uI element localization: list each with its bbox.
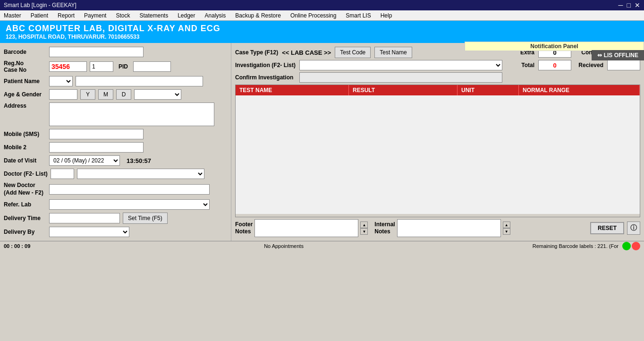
title-bar-controls: ─ □ ✕ [619, 1, 640, 9]
lab-address: 123, HOSPITAL ROAD, THIRUVARUR. 70106655… [6, 34, 638, 40]
col-unit: UNIT [458, 85, 519, 95]
footer-notes-scroll: ▲ ▼ [360, 222, 368, 235]
footer-scroll-up[interactable]: ▲ [360, 222, 368, 228]
total-value: 0 [538, 60, 571, 70]
patient-title-select[interactable]: Mr Mrs Dr [49, 76, 73, 86]
gender-select[interactable]: Male Female [134, 89, 181, 100]
internal-notes-section: Internal Notes ▲ ▼ [374, 219, 510, 237]
time-display: 13:50:57 [127, 157, 151, 164]
doctor-row: Doctor (F2- List) [4, 169, 227, 179]
mobile1-label: Mobile (SMS) [4, 131, 46, 137]
confirm-inv-input[interactable] [299, 72, 502, 83]
barcode-input[interactable] [49, 47, 144, 57]
internal-notes-scroll: ▲ ▼ [503, 222, 510, 235]
address-textarea[interactable] [49, 102, 214, 126]
internal-notes-textarea[interactable] [397, 219, 501, 237]
age-y-button[interactable]: Y [80, 89, 95, 100]
address-label: Address [4, 102, 46, 109]
menu-bar: Master Patient Report Payment Stock Stat… [0, 10, 644, 21]
total-label: Total [506, 62, 534, 68]
info-button[interactable]: ⓘ [627, 222, 640, 235]
refer-lab-row: Refer. Lab [4, 199, 227, 210]
regno-input[interactable] [49, 61, 87, 72]
age-m-button[interactable]: M [98, 89, 113, 100]
status-bar: 00 : 00 : 09 No Appointments Remaining B… [0, 241, 644, 250]
regno-label: Reg.No [4, 60, 46, 67]
age-input[interactable] [49, 89, 77, 100]
header-banner: ABC COMPUTER LAB, DIGITAL X-RAY AND ECG … [0, 21, 644, 43]
date-visit-select[interactable]: 02 / 05 (May) / 2022 [49, 155, 120, 166]
menu-payment[interactable]: Payment [82, 11, 108, 20]
test-name-button[interactable]: Test Name [374, 47, 412, 58]
new-doctor-input[interactable] [49, 184, 210, 195]
refer-lab-label: Refer. Lab [4, 201, 46, 208]
main-container: Barcode Reg.No Case No PID Patient Name … [0, 43, 644, 241]
delivery-time-row: Delivery Time Set Time (F5) [4, 213, 227, 224]
mobile2-row: Mobile 2 [4, 142, 227, 153]
reset-button[interactable]: RESET [590, 222, 624, 234]
patient-name-label: Patient Name [4, 78, 46, 85]
menu-analysis[interactable]: Analysis [203, 11, 228, 20]
address-row: Address [4, 102, 227, 126]
status-appointments: No Appointments [35, 243, 533, 249]
menu-ledger[interactable]: Ledger [176, 11, 197, 20]
menu-stock[interactable]: Stock [114, 11, 132, 20]
patient-name-input[interactable] [76, 76, 203, 86]
set-time-button[interactable]: Set Time (F5) [123, 213, 168, 224]
investigation-section: Investigation (F2- List) [235, 60, 502, 70]
results-table-header: TEST NAME RESULT UNIT NORMAL RANGE [236, 85, 640, 95]
caseno-input[interactable] [90, 61, 113, 72]
doctor-select[interactable] [77, 169, 204, 179]
mobile1-row: Mobile (SMS) [4, 129, 227, 139]
internal-scroll-up[interactable]: ▲ [503, 222, 510, 228]
lab-name: ABC COMPUTER LAB, DIGITAL X-RAY AND ECG [6, 24, 638, 34]
lab-case-label: << LAB CASE >> [282, 49, 331, 56]
pid-input[interactable] [133, 61, 171, 72]
notification-panel: Notification Panel [465, 42, 644, 51]
menu-master[interactable]: Master [2, 11, 23, 20]
refer-lab-select[interactable] [49, 199, 210, 210]
total-received-section: Total 0 Recieved [506, 60, 640, 70]
maximize-button[interactable]: □ [627, 1, 631, 9]
barcode-row: Barcode [4, 47, 227, 57]
age-d-button[interactable]: D [116, 89, 131, 100]
minimize-button[interactable]: ─ [619, 1, 623, 9]
menu-help[interactable]: Help [379, 11, 394, 20]
title-bar: Smart Lab [Login - GEEKAY] ─ □ ✕ [0, 0, 644, 10]
status-icon-green [622, 242, 631, 250]
delivery-by-select[interactable] [49, 227, 129, 237]
internal-notes-label: Internal Notes [374, 221, 395, 236]
menu-statements[interactable]: Statements [137, 11, 170, 20]
status-icons [622, 242, 640, 250]
delivery-by-label: Delivery By [4, 229, 46, 235]
mobile2-input[interactable] [49, 142, 144, 153]
status-time: 00 : 00 : 09 [4, 243, 35, 249]
left-panel: Barcode Reg.No Case No PID Patient Name … [0, 43, 231, 241]
delivery-by-row: Delivery By [4, 227, 227, 237]
menu-online-processing[interactable]: Online Processing [288, 11, 338, 20]
investigation-label: Investigation (F2- List) [235, 62, 297, 68]
footer-notes-textarea[interactable] [254, 219, 358, 237]
mobile1-input[interactable] [49, 129, 144, 139]
regno-row: Reg.No Case No PID [4, 60, 227, 73]
menu-smart-lis[interactable]: Smart LIS [344, 11, 373, 20]
test-code-button[interactable]: Test Code [335, 47, 371, 58]
investigation-select[interactable] [299, 60, 502, 70]
results-table-body [236, 95, 640, 214]
menu-patient[interactable]: Patient [29, 11, 50, 20]
menu-report[interactable]: Report [56, 11, 76, 20]
date-visit-row: Date of Visit 02 / 05 (May) / 2022 13:50… [4, 155, 227, 166]
title-bar-text: Smart Lab [Login - GEEKAY] [4, 2, 76, 9]
delivery-time-label: Delivery Time [4, 215, 46, 222]
mobile2-label: Mobile 2 [4, 144, 46, 151]
col-result: RESULT [349, 85, 458, 95]
menu-backup-restore[interactable]: Backup & Restore [233, 11, 283, 20]
close-button[interactable]: ✕ [635, 1, 640, 9]
doctor-code-input[interactable] [51, 169, 74, 179]
lis-offline-button[interactable]: ⇔ LIS OFFLINE [592, 50, 644, 60]
investigation-row: Investigation (F2- List) Total 0 Recieve… [235, 60, 640, 70]
internal-scroll-down[interactable]: ▼ [503, 228, 510, 235]
delivery-time-input[interactable] [49, 213, 120, 223]
footer-scroll-down[interactable]: ▼ [360, 228, 368, 235]
col-test-name: TEST NAME [236, 85, 349, 95]
